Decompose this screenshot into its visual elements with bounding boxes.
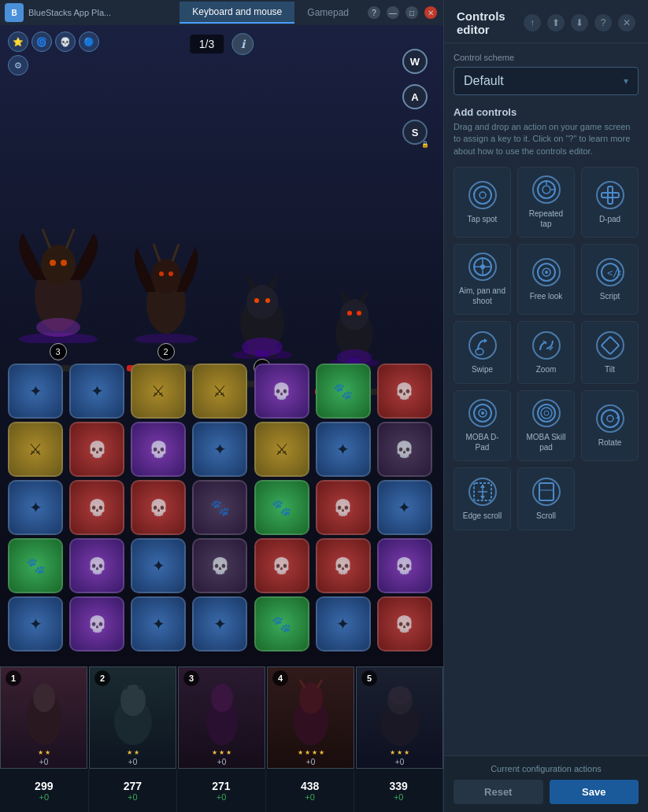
gem-0-4[interactable]: 💀 bbox=[254, 364, 309, 419]
player-card-2[interactable]: 2 ★★ +0 bbox=[89, 666, 176, 769]
gem-3-0[interactable]: 🐾 bbox=[8, 538, 63, 593]
tab-keyboard[interactable]: Keyboard and mouse bbox=[180, 2, 294, 24]
zoom-icon bbox=[532, 331, 561, 360]
export-icon[interactable]: ⬆ bbox=[547, 14, 565, 31]
gem-4-1[interactable]: 💀 bbox=[69, 596, 124, 651]
svg-point-52 bbox=[474, 186, 491, 204]
gem-4-5[interactable]: ✦ bbox=[316, 596, 371, 651]
gem-4-3[interactable]: ✦ bbox=[192, 596, 247, 651]
upload-icon[interactable]: ↑ bbox=[524, 14, 541, 31]
svg-line-47 bbox=[300, 680, 305, 688]
control-free-look[interactable]: Free look bbox=[517, 244, 575, 315]
close-button[interactable]: ✕ bbox=[424, 6, 437, 19]
svg-line-3 bbox=[43, 229, 50, 249]
key-a-binding[interactable]: A bbox=[402, 84, 428, 109]
control-dpad[interactable]: D-pad bbox=[581, 167, 639, 238]
player-card-4[interactable]: 4 ★★★★ +0 bbox=[267, 666, 354, 769]
gem-3-4[interactable]: 💀 bbox=[254, 538, 309, 593]
control-swipe[interactable]: Swipe bbox=[454, 321, 511, 384]
minimize-button[interactable]: — bbox=[387, 6, 399, 19]
svg-line-11 bbox=[154, 244, 160, 261]
gem-0-5[interactable]: 🐾 bbox=[316, 364, 371, 419]
save-button[interactable]: Save bbox=[550, 780, 639, 804]
svg-marker-29 bbox=[358, 288, 369, 304]
monster-3-svg bbox=[223, 264, 302, 359]
control-zoom[interactable]: Zoom bbox=[517, 321, 575, 384]
gem-3-6[interactable]: 💀 bbox=[377, 538, 432, 593]
svg-point-8 bbox=[135, 334, 198, 343]
help-button[interactable]: ? bbox=[368, 6, 380, 19]
gem-1-5[interactable]: ✦ bbox=[316, 422, 371, 477]
gem-4-2[interactable]: ✦ bbox=[131, 596, 186, 651]
gem-2-1[interactable]: 💀 bbox=[69, 480, 124, 535]
free-look-icon bbox=[532, 258, 561, 286]
control-moba-skillpad-label: MOBA Skill pad bbox=[523, 432, 569, 452]
control-scroll[interactable]: Scroll bbox=[517, 467, 575, 530]
gem-0-6[interactable]: 💀 bbox=[377, 364, 432, 419]
gem-4-4[interactable]: 🐾 bbox=[254, 596, 309, 651]
gem-3-2[interactable]: ✦ bbox=[131, 538, 186, 593]
monster-2-badge: 2 bbox=[157, 343, 175, 360]
gem-1-2[interactable]: 💀 bbox=[131, 422, 186, 477]
control-rotate[interactable]: Rotate bbox=[581, 390, 639, 461]
gem-0-3[interactable]: ⚔ bbox=[192, 364, 247, 419]
gem-1-6[interactable]: 💀 bbox=[377, 422, 432, 477]
swipe-icon bbox=[468, 331, 497, 360]
gem-3-1[interactable]: 💀 bbox=[69, 538, 124, 593]
wave-counter: 1/3 bbox=[190, 35, 224, 54]
control-tilt[interactable]: Tilt bbox=[581, 321, 639, 384]
player-stat-1: +0 bbox=[39, 758, 48, 768]
gem-4-6[interactable]: 💀 bbox=[377, 596, 432, 651]
reset-button[interactable]: Reset bbox=[454, 780, 543, 804]
control-repeated-tap[interactable]: Repeated tap bbox=[517, 167, 575, 238]
control-tap-spot[interactable]: Tap spot bbox=[454, 167, 511, 238]
control-edge-scroll[interactable]: Edge scroll bbox=[454, 467, 511, 530]
player-icons: ⭐ 🌀 💀 🔵 ⚙ bbox=[8, 31, 102, 76]
gem-0-1[interactable]: ✦ bbox=[69, 364, 124, 419]
gem-1-4[interactable]: ⚔ bbox=[254, 422, 309, 477]
svg-point-44 bbox=[211, 684, 233, 712]
svg-point-17 bbox=[246, 285, 278, 319]
control-aim-pan-shoot[interactable]: Aim, pan and shoot bbox=[454, 244, 511, 315]
player-card-1[interactable]: 1 ★★ +0 bbox=[0, 666, 87, 769]
scheme-dropdown[interactable]: Default ▾ bbox=[454, 67, 639, 95]
svg-line-48 bbox=[317, 680, 322, 688]
key-w-binding[interactable]: W bbox=[402, 49, 428, 74]
help-panel-icon[interactable]: ? bbox=[594, 14, 612, 31]
gem-2-2[interactable]: 💀 bbox=[131, 480, 186, 535]
player-score-2: 277 +0 bbox=[89, 769, 178, 812]
gem-4-0[interactable]: ✦ bbox=[8, 596, 63, 651]
info-button[interactable]: ℹ bbox=[231, 33, 254, 55]
svg-point-21 bbox=[265, 298, 270, 303]
key-s-binding[interactable]: S 🔒 bbox=[402, 120, 428, 145]
svg-marker-83 bbox=[480, 496, 485, 500]
gem-2-6[interactable]: ✦ bbox=[377, 480, 432, 535]
gem-1-0[interactable]: ⚔ bbox=[8, 422, 63, 477]
gem-0-2[interactable]: ⚔ bbox=[131, 364, 186, 419]
import-icon[interactable]: ⬇ bbox=[571, 14, 588, 31]
gem-2-4[interactable]: 🐾 bbox=[254, 480, 309, 535]
control-free-look-label: Free look bbox=[530, 291, 563, 301]
control-moba-dpad[interactable]: + MOBA D-Pad bbox=[454, 390, 511, 461]
gem-0-0[interactable]: ✦ bbox=[8, 364, 63, 419]
svg-text:+: + bbox=[481, 410, 485, 417]
maximize-button[interactable]: □ bbox=[405, 6, 418, 19]
gem-3-3[interactable]: 💀 bbox=[192, 538, 247, 593]
control-script[interactable]: </> Script bbox=[581, 244, 639, 315]
gem-1-3[interactable]: ✦ bbox=[192, 422, 247, 477]
tilt-icon bbox=[596, 331, 624, 360]
control-moba-skillpad[interactable]: MOBA Skill pad bbox=[517, 390, 575, 461]
gem-2-3[interactable]: 🐾 bbox=[192, 480, 247, 535]
gem-2-0[interactable]: ✦ bbox=[8, 480, 63, 535]
dpad-icon bbox=[596, 181, 624, 209]
tab-gamepad[interactable]: Gamepad bbox=[294, 2, 361, 23]
svg-marker-42 bbox=[138, 680, 146, 690]
repeated-tap-icon bbox=[532, 175, 561, 204]
player-card-5[interactable]: 5 ★★★ +0 bbox=[356, 666, 443, 769]
player-card-3[interactable]: 3 ★★★ +0 bbox=[178, 666, 265, 769]
player-num-1: 1 bbox=[6, 670, 21, 686]
gem-3-5[interactable]: 💀 bbox=[316, 538, 371, 593]
close-panel-icon[interactable]: ✕ bbox=[618, 14, 635, 31]
gem-1-1[interactable]: 💀 bbox=[69, 422, 124, 477]
gem-2-5[interactable]: 💀 bbox=[316, 480, 371, 535]
